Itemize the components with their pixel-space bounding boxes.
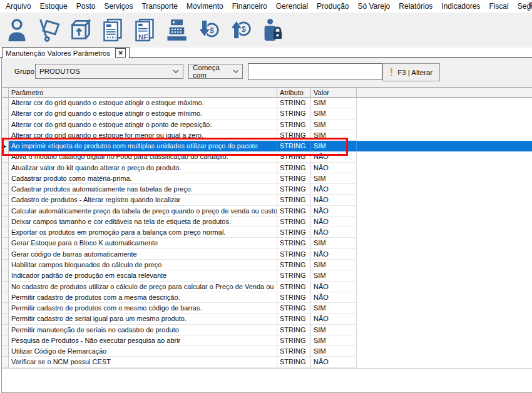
row-filler: [357, 163, 532, 173]
row-filler: [357, 184, 532, 195]
table-row[interactable]: Pesquisa de Produtos - Não executar pesq…: [2, 335, 532, 346]
app-window: ArquivoEstoquePostoServiçosTransporteMov…: [0, 0, 532, 393]
table-row[interactable]: Gerar Estoque para o Bloco K automaticam…: [2, 238, 532, 248]
attr-cell: STRING: [277, 108, 311, 119]
f3-alterar-button[interactable]: ! F3 | Alterar: [382, 63, 440, 81]
table-row[interactable]: Cadastro de produtos - Alterar registro …: [2, 195, 532, 205]
menu-item-transporte[interactable]: Transporte: [137, 1, 182, 12]
user-icon[interactable]: [5, 16, 29, 44]
value-cell: NÃO: [311, 249, 357, 260]
header-atributo[interactable]: Atributo: [277, 88, 311, 97]
handtruck-icon[interactable]: [37, 16, 61, 44]
table-row[interactable]: Utilizar Código de Remarcação STRING SIM: [2, 346, 532, 357]
menu-item-partial[interactable]: F: [529, 1, 532, 11]
value-cell: SIM: [311, 346, 357, 357]
row-filler: [357, 270, 532, 281]
header-valor[interactable]: Valor: [311, 88, 357, 97]
cash-register-icon[interactable]: [165, 16, 188, 44]
attr-cell: STRING: [277, 130, 311, 141]
row-gutter: [2, 130, 9, 141]
svg-text:NF: NF: [138, 33, 148, 41]
value-cell: SIM: [311, 303, 357, 314]
menu-item-financeiro[interactable]: Financeiro: [228, 1, 272, 12]
table-row[interactable]: Habilitar campos bloqueados do cálculo d…: [2, 260, 532, 270]
value-cell: SIM: [311, 98, 357, 108]
menu-item-relatórios[interactable]: Relatórios: [394, 1, 437, 12]
table-row[interactable]: Permitir cadastro de produtos com o mesm…: [2, 303, 532, 314]
row-gutter: [2, 227, 9, 238]
row-gutter: [2, 217, 9, 227]
table-row[interactable]: Permitir cadastro de serial igual para u…: [2, 314, 532, 324]
menu-item-serviços[interactable]: Serviços: [100, 1, 137, 12]
value-cell: NÃO: [311, 292, 357, 303]
menu-item-produção[interactable]: Produção: [312, 1, 353, 12]
user-lock-icon[interactable]: [260, 16, 284, 44]
table-row[interactable]: Atualizar valor do kit quando alterar o …: [2, 163, 532, 173]
row-gutter: [2, 120, 9, 130]
header-gutter: [2, 88, 9, 97]
money-in-icon[interactable]: $: [197, 16, 220, 44]
nf-document-icon[interactable]: NF: [133, 16, 156, 44]
menu-item-gerencial[interactable]: Gerencial: [272, 1, 312, 12]
invoice-icon[interactable]: [101, 16, 125, 44]
param-cell: Cadastro de produtos - Alterar registro …: [9, 195, 277, 205]
table-row[interactable]: Gerar código de barras automaticamente S…: [2, 249, 532, 260]
table-row[interactable]: Cadastrar produto como matéria-prima. ST…: [2, 173, 532, 184]
attr-cell: STRING: [277, 282, 311, 292]
menu-item-fiscal[interactable]: Fiscal: [484, 1, 513, 12]
param-cell: Deixar campos tamanho e cor editáveis na…: [9, 217, 277, 227]
table-row[interactable]: Deixar campos tamanho e cor editáveis na…: [2, 217, 532, 227]
value-cell: NÃO: [311, 184, 357, 195]
row-filler: [357, 314, 532, 324]
grid-header: Parâmetro Atributo Valor: [2, 87, 532, 98]
menu-item-só-varejo[interactable]: Só Varejo: [353, 1, 394, 12]
header-parametro[interactable]: Parâmetro: [9, 88, 277, 97]
money-out-icon[interactable]: $: [228, 16, 252, 44]
toolbar: NF $: [0, 13, 532, 48]
table-row[interactable]: Permitir cadastro de produtos com a mesm…: [2, 292, 532, 303]
chevron-down-icon: [173, 69, 179, 73]
table-row[interactable]: Indicador padrão de produção em escala r…: [2, 270, 532, 281]
attr-cell: STRING: [277, 141, 311, 151]
param-cell: Alterar cor do grid quando o estoque ati…: [9, 120, 277, 130]
menu-item-indicadores[interactable]: Indicadores: [437, 1, 484, 12]
row-filler: [357, 108, 532, 119]
header-filler: [357, 88, 532, 97]
table-row[interactable]: No cadastro de produtos utilizar o cálcu…: [2, 282, 532, 292]
match-mode-select[interactable]: Começa com: [188, 64, 243, 79]
package-icon[interactable]: [69, 16, 93, 44]
table-row[interactable]: Ativa o módulo catálogo digital no Food …: [2, 151, 532, 162]
row-gutter: [2, 314, 9, 324]
table-row[interactable]: Alterar cor do grid quando o estoque for…: [2, 130, 532, 141]
table-row[interactable]: Permitir manutenção de seriais no cadast…: [2, 325, 532, 335]
table-row[interactable]: Alterar cor do grid quando o estoque ati…: [2, 120, 532, 130]
table-row[interactable]: Cadastrar produtos automaticamente nas t…: [2, 184, 532, 195]
value-cell: NÃO: [311, 195, 357, 205]
param-cell: Alterar cor do grid quando o estoque ati…: [9, 98, 277, 108]
param-cell: Alterar cor do grid quando o estoque for…: [9, 130, 277, 141]
table-row[interactable]: ▶ Ao imprimir etiqueta de produtos com m…: [2, 141, 532, 151]
menu-item-arquivo[interactable]: Arquivo: [1, 1, 36, 12]
menu-item-estoque[interactable]: Estoque: [36, 1, 72, 12]
table-row[interactable]: Exportar os produtos em promoção para a …: [2, 227, 532, 238]
param-cell: Cadastrar produtos automaticamente nas t…: [9, 184, 277, 195]
param-cell: Atualizar valor do kit quando alterar o …: [9, 163, 277, 173]
table-row[interactable]: Verificar se o NCM possui CEST STRING NÃ…: [2, 357, 532, 367]
table-row[interactable]: Calcular automáticamente preço da tabela…: [2, 206, 532, 217]
param-cell: Calcular automáticamente preço da tabela…: [9, 206, 277, 217]
menu-item-movimento[interactable]: Movimento: [182, 1, 228, 12]
menu-item-posto[interactable]: Posto: [72, 1, 100, 12]
row-gutter: [2, 346, 9, 357]
row-filler: [357, 238, 532, 248]
tab-close-icon[interactable]: ✕: [115, 48, 126, 58]
attr-cell: STRING: [277, 238, 311, 248]
tab-label: Manutenção Valores Parâmetros: [6, 49, 110, 57]
row-gutter: ▶: [2, 141, 9, 151]
param-cell: Indicador padrão de produção em escala r…: [9, 270, 277, 281]
table-row[interactable]: Alterar cor do grid quando o estoque ati…: [2, 108, 532, 119]
group-select[interactable]: PRODUTOS: [35, 64, 183, 79]
row-filler: [357, 292, 532, 303]
table-row[interactable]: Alterar cor do grid quando o estoque ati…: [2, 98, 532, 108]
tab-manutencao-valores-parametros[interactable]: Manutenção Valores Parâmetros ✕: [2, 47, 130, 58]
search-input[interactable]: [248, 63, 382, 80]
